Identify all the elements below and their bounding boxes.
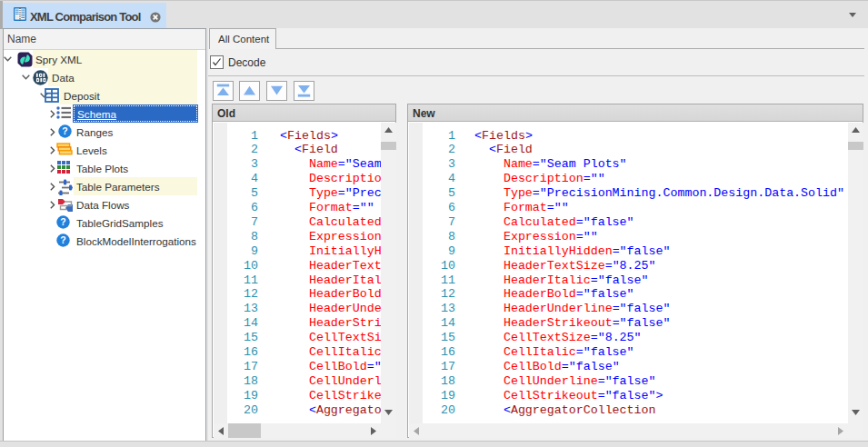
- svg-text:?: ?: [60, 216, 65, 227]
- svg-text:?: ?: [60, 234, 65, 245]
- svg-text:?: ?: [62, 125, 67, 136]
